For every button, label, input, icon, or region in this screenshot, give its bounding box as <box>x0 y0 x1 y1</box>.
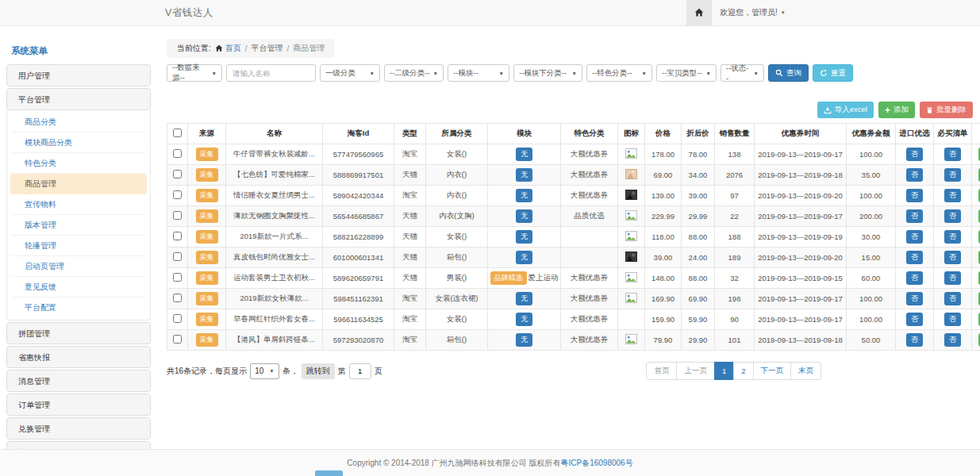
jump-button[interactable]: 跳转到 <box>302 363 335 379</box>
page-button[interactable]: 2 <box>733 362 753 380</box>
must-buy-toggle[interactable]: 否 <box>944 292 961 305</box>
feature-cell: 大额优惠券 <box>561 309 618 330</box>
name-search-input[interactable] <box>226 64 316 82</box>
sales-cell: 198 <box>715 289 755 309</box>
import-excel-button[interactable]: 导入excel <box>817 102 874 118</box>
import-select-toggle[interactable]: 否 <box>906 189 923 202</box>
sidebar-section[interactable]: 省惠快报 <box>6 346 151 368</box>
filter-select-value: --二级分类-- <box>390 68 430 79</box>
row-checkbox[interactable] <box>173 190 182 199</box>
must-buy-toggle[interactable]: 否 <box>944 271 961 285</box>
must-buy-toggle[interactable]: 否 <box>944 313 961 326</box>
sidebar: 系统菜单 用户管理平台管理商品分类模块商品分类特色分类商品管理宣传物料版本管理轮… <box>6 36 151 465</box>
category-cell: 箱包() <box>426 248 488 268</box>
import-select-toggle[interactable]: 否 <box>906 251 923 264</box>
filter-select[interactable]: --宝贝类型--▼ <box>656 64 717 82</box>
module-cell: 无 <box>488 289 561 309</box>
page-button[interactable]: 1 <box>714 362 734 380</box>
sidebar-item[interactable]: 轮播管理 <box>10 236 147 256</box>
import-select-toggle[interactable]: 否 <box>906 271 923 285</box>
column-header: 状态 <box>972 124 980 144</box>
sidebar-section[interactable]: 兑换管理 <box>6 417 151 440</box>
breadcrumb-home-link[interactable]: 首页 <box>215 43 241 54</box>
import-select-toggle[interactable]: 否 <box>906 292 923 305</box>
source-cell: 采集 <box>188 330 226 351</box>
sidebar-section[interactable]: 用户管理 <box>6 64 151 86</box>
type-cell: 淘宝 <box>394 330 426 351</box>
sidebar-section[interactable]: 拼团管理 <box>6 322 151 344</box>
table-row: 采集【七色纺】可爱纯棉家...588869917501天猫内衣()无大额优惠券6… <box>167 165 980 186</box>
price-cell: 229.99 <box>645 206 682 227</box>
import-select-toggle[interactable]: 否 <box>906 209 923 223</box>
sidebar-item[interactable]: 宣传物料 <box>10 194 147 215</box>
must-buy-toggle[interactable]: 否 <box>944 148 961 161</box>
add-button[interactable]: + 添加 <box>878 102 915 118</box>
module-cell: 无 <box>488 248 561 268</box>
import-select-toggle[interactable]: 否 <box>906 168 923 182</box>
must-buy-toggle[interactable]: 否 <box>944 209 961 223</box>
select-all-checkbox[interactable] <box>173 129 182 137</box>
row-checkbox[interactable] <box>173 149 182 158</box>
row-checkbox[interactable] <box>173 252 182 261</box>
row-checkbox[interactable] <box>173 232 182 240</box>
reset-button[interactable]: 重置 <box>813 64 853 82</box>
batch-delete-button[interactable]: 批量删除 <box>920 102 973 118</box>
filter-select[interactable]: 一级分类▼ <box>320 64 380 82</box>
filter-select[interactable]: --特色分类--▼ <box>586 64 652 82</box>
category-cell: 女装(连衣裙) <box>426 289 488 309</box>
home-icon <box>694 8 704 17</box>
price-cell: 169.90 <box>645 289 682 309</box>
page-button[interactable]: 下一页 <box>753 362 792 380</box>
must-buy-toggle[interactable]: 否 <box>944 168 961 182</box>
row-select-cell <box>167 186 188 206</box>
import-select-toggle[interactable]: 否 <box>906 148 923 161</box>
column-header: 优惠券时间 <box>755 124 847 144</box>
sidebar-item[interactable]: 平台配置 <box>10 298 147 318</box>
import-select-toggle[interactable]: 否 <box>906 333 923 347</box>
import-select-cell: 否 <box>896 186 934 206</box>
filter-select[interactable]: --数据来源--▼ <box>167 64 222 82</box>
filter-select[interactable]: --模块--▼ <box>448 64 509 82</box>
sidebar-section[interactable]: 平台管理 <box>6 88 151 110</box>
sidebar-item[interactable]: 模块商品分类 <box>10 132 147 153</box>
must-buy-toggle[interactable]: 否 <box>944 189 961 202</box>
must-buy-toggle[interactable]: 否 <box>944 333 961 347</box>
sidebar-item[interactable]: 版本管理 <box>10 215 147 236</box>
must-buy-toggle[interactable]: 否 <box>944 230 961 244</box>
sidebar-item[interactable]: 意见反馈 <box>10 277 147 298</box>
import-select-cell: 否 <box>896 309 934 330</box>
filter-select[interactable]: --模块下分类--▼ <box>513 64 582 82</box>
filter-select[interactable]: --状态--▼ <box>721 64 764 82</box>
import-select-toggle[interactable]: 否 <box>906 313 923 326</box>
query-button[interactable]: 查询 <box>768 64 809 82</box>
icp-link[interactable]: 粤ICP备16098006号 <box>560 458 632 469</box>
filter-select[interactable]: --二级分类--▼ <box>384 64 444 82</box>
row-checkbox[interactable] <box>173 335 182 344</box>
import-select-toggle[interactable]: 否 <box>906 230 923 244</box>
home-button[interactable] <box>686 0 712 25</box>
must-buy-cell: 否 <box>934 289 972 309</box>
must-buy-toggle[interactable]: 否 <box>944 251 961 264</box>
page-button: 首页 <box>646 362 677 380</box>
sidebar-item[interactable]: 商品管理 <box>10 174 147 194</box>
sidebar-item[interactable]: 商品分类 <box>10 112 147 132</box>
sidebar-item[interactable]: 特色分类 <box>10 153 147 174</box>
row-checkbox[interactable] <box>173 273 182 282</box>
source-cell: 采集 <box>188 144 226 165</box>
filter-select-value: 一级分类 <box>325 68 355 79</box>
user-menu[interactable]: 欢迎您，管理员! ▼ <box>712 7 794 18</box>
sidebar-item[interactable]: 启动页管理 <box>10 256 147 277</box>
row-checkbox[interactable] <box>173 211 182 220</box>
jump-page-input[interactable] <box>349 363 371 379</box>
page-size-select[interactable]: 10 ▼ <box>250 363 279 379</box>
sidebar-section[interactable]: 消息管理 <box>6 370 151 392</box>
page-button[interactable]: 末页 <box>790 362 821 380</box>
feature-cell <box>561 227 618 248</box>
row-select-cell <box>167 309 188 330</box>
row-checkbox[interactable] <box>173 170 182 178</box>
row-checkbox[interactable] <box>173 294 182 302</box>
sidebar-section[interactable]: 订单管理 <box>6 393 151 416</box>
import-select-cell: 否 <box>896 268 934 289</box>
row-checkbox[interactable] <box>173 314 182 323</box>
feature-cell: 大额优惠券 <box>561 165 618 186</box>
